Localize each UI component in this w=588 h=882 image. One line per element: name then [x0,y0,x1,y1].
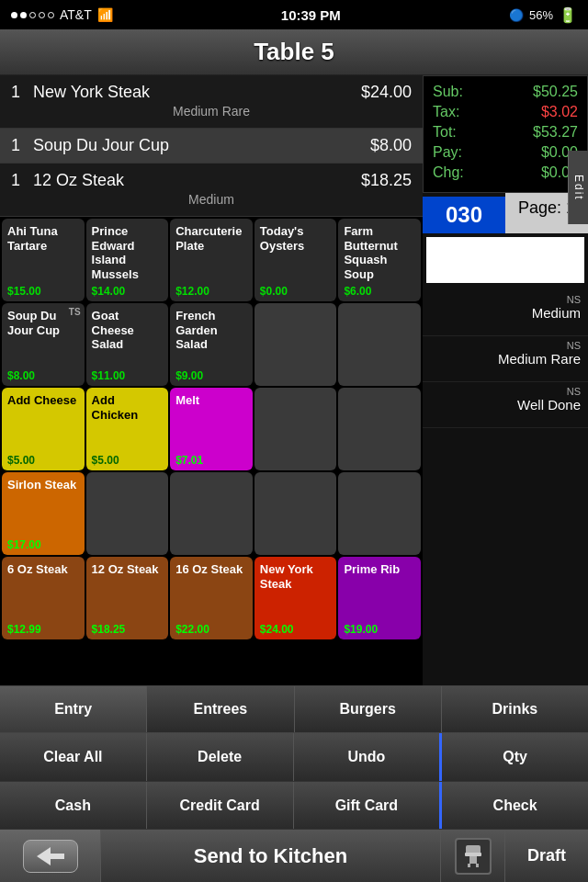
order-name-3: 12 Oz Steak [33,171,361,190]
tot-label: Tot: [433,124,457,141]
draft-button[interactable]: Draft [505,830,588,882]
order-name-2: Soup Du Jour Cup [33,136,370,155]
svg-rect-3 [468,864,470,867]
check-button[interactable]: Check [442,782,588,829]
menu-item-melt[interactable]: Melt $7.01 [170,388,253,470]
cash-button[interactable]: Cash [0,782,147,829]
gift-card-button[interactable]: Gift Card [294,782,443,829]
order-qty-3: 1 [11,171,33,190]
order-item-2[interactable]: 1 Soup Du Jour Cup $8.00 [0,129,423,164]
undo-button[interactable]: Undo [294,733,443,781]
tab-burgers[interactable]: Burgers [295,686,442,732]
delete-button[interactable]: Delete [147,733,294,781]
order-item-3[interactable]: 1 12 Oz Steak $18.25 Medium [0,164,423,217]
menu-item-empty-8 [338,472,421,555]
order-qty-1: 1 [11,83,33,102]
order-price-3: $18.25 [361,171,412,190]
order-name-1: New York Steak [33,83,361,102]
order-price-1: $24.00 [361,83,412,102]
chg-label: Chg: [433,164,464,181]
modifier-medium[interactable]: NS Medium [423,290,588,336]
carrier-label: AT&T [60,7,92,22]
tax-label: Tax: [433,104,459,120]
action-bar: Clear All Delete Undo Qty [0,733,588,781]
mod-label-3: Well Done [430,397,581,413]
tax-value: $3.02 [541,104,578,120]
tab-bar: Entry Entrees Burgers Drinks [0,685,588,733]
edit-button[interactable]: Edit [568,151,588,224]
menu-item-16oz[interactable]: 16 Oz Steak $22.00 [170,557,253,639]
totals-box: Sub: $50.25 Tax: $3.02 Tot: $53.27 Pay: … [423,75,588,193]
menu-item-add-cheese[interactable]: Add Cheese $5.00 [2,388,85,470]
status-left: AT&T 📶 [11,7,113,22]
battery-icon: 🔋 [559,6,577,24]
sub-label: Sub: [433,84,463,100]
order-price-2: $8.00 [370,136,412,155]
menu-item-empty-2 [338,303,421,386]
menu-item-add-chicken[interactable]: Add Chicken $5.00 [86,388,169,470]
order-modifier-1: Medium Rare [11,102,412,120]
modifier-medium-rare[interactable]: NS Medium Rare [423,336,588,382]
clear-all-button[interactable]: Clear All [0,733,147,781]
credit-card-button[interactable]: Credit Card [147,782,294,829]
menu-item-empty-4 [338,388,421,470]
send-bar: Send to Kitchen Draft [0,829,588,882]
order-list: 1 New York Steak $24.00 Medium Rare 1 So… [0,75,423,217]
tot-value: $53.27 [533,124,578,141]
order-item-1[interactable]: 1 New York Steak $24.00 Medium Rare [0,75,423,129]
chair-icon [455,838,492,875]
mod-label-2: Medium Rare [430,351,581,367]
payment-bar: Cash Credit Card Gift Card Check [0,781,588,829]
mod-tag-1: NS [567,294,581,305]
mod-label-1: Medium [430,305,581,321]
menu-item-12oz[interactable]: 12 Oz Steak $18.25 [86,557,169,639]
tab-entry[interactable]: Entry [0,686,147,732]
mod-tag-2: NS [567,340,581,351]
send-to-kitchen-button[interactable]: Send to Kitchen [101,830,441,882]
header: Table 5 [0,29,588,75]
modifier-well-done[interactable]: NS Well Done [423,382,588,428]
numeric-input[interactable] [426,237,584,283]
menu-item-soup-cup[interactable]: TS Soup Du Jour Cup $8.00 [2,303,85,386]
svg-marker-0 [37,847,64,865]
menu-item-empty-7 [254,472,337,555]
time-label: 10:39 PM [281,7,341,23]
menu-item-empty-6 [170,472,253,555]
battery-label: 56% [529,8,553,22]
menu-item-garden-salad[interactable]: French Garden Salad $9.00 [170,303,253,386]
menu-item-ny-steak[interactable]: New York Steak $24.00 [254,557,337,639]
svg-rect-5 [465,853,481,856]
order-modifier-3: Medium [11,190,412,209]
menu-item-ahi-tuna[interactable]: Ahi Tuna Tartare $15.00 [2,219,85,301]
signal-dots [11,12,54,18]
menu-item-oysters[interactable]: Today's Oysters $0.00 [254,219,337,301]
order-qty-2: 1 [11,136,33,155]
svg-rect-4 [476,864,479,867]
qty-button[interactable]: Qty [442,733,588,781]
menu-item-6oz[interactable]: 6 Oz Steak $12.99 [2,557,85,639]
bottom-controls: Entry Entrees Burgers Drinks Clear All D… [0,685,588,882]
back-arrow-icon [23,840,78,873]
menu-item-charcuterie[interactable]: Charcuterie Plate $12.00 [170,219,253,301]
menu-item-mussels[interactable]: Prince Edward Island Mussels $14.00 [86,219,169,301]
tab-drinks[interactable]: Drinks [442,686,588,732]
menu-item-goat-cheese[interactable]: Goat Cheese Salad $11.00 [86,303,169,386]
page-title: Table 5 [254,38,334,66]
sub-value: $50.25 [533,84,578,100]
chair-icon-button[interactable] [441,830,505,882]
menu-item-empty-3 [254,388,337,470]
wifi-icon: 📶 [97,7,113,22]
table-number: 030 [423,197,505,233]
menu-item-squash-soup[interactable]: Farm Butternut Squash Soup $6.00 [338,219,421,301]
bluetooth-icon: 🔵 [509,8,524,22]
mod-tag-3: NS [567,386,581,397]
tab-entrees[interactable]: Entrees [147,686,294,732]
menu-item-empty-1 [254,303,337,386]
menu-item-sirloin[interactable]: Sirlon Steak $17.00 [2,472,85,555]
menu-item-empty-5 [86,472,169,555]
back-button[interactable] [0,830,101,882]
table-page-row: 030 Page: 1 [423,193,588,233]
status-bar: AT&T 📶 10:39 PM 🔵 56% 🔋 [0,0,588,29]
status-right: 🔵 56% 🔋 [509,6,577,24]
menu-item-prime-rib[interactable]: Prime Rib $19.00 [338,557,421,639]
